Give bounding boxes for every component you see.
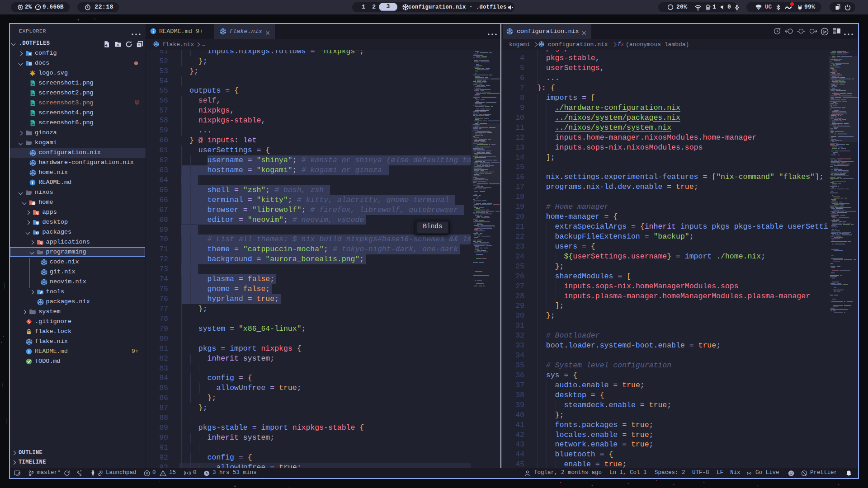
svg-text:*: * xyxy=(710,6,711,9)
